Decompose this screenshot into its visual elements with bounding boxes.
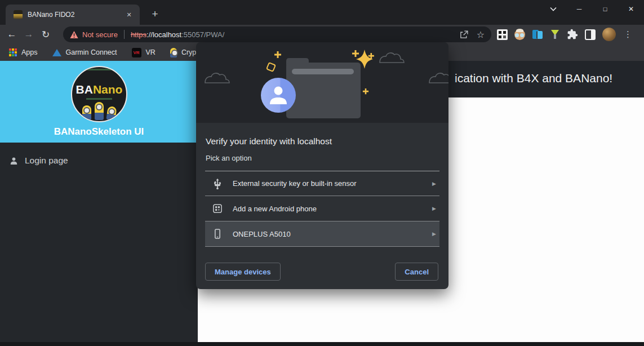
sidebar: BANano BANanoSkeleton UI Login page (0, 61, 198, 346)
devices-extension-icon[interactable] (532, 29, 543, 40)
side-panel-icon[interactable] (585, 29, 596, 40)
profile-avatar[interactable] (602, 28, 616, 41)
logo-text-ba: BA (76, 83, 93, 96)
option-security-key[interactable]: External security key or built-in sensor… (205, 171, 439, 196)
chevron-right-icon: ▶ (432, 206, 436, 211)
window-bottom-edge (0, 342, 644, 346)
minion-icon (82, 105, 91, 120)
menu-kebab-icon[interactable]: ⋮ (624, 29, 632, 39)
address-bar[interactable]: Not secure https://localhost:55057/PWA/ … (63, 26, 491, 42)
url-path: :55057/PWA/ (181, 30, 224, 39)
logo-code-decoration (86, 69, 112, 70)
identity-illustration (196, 42, 448, 123)
page-header-text: ication with B4X and BANano! (455, 72, 612, 85)
url-separator: :// (146, 30, 153, 39)
tab-close-icon[interactable]: ✕ (124, 10, 134, 20)
logo-code-decoration (86, 98, 112, 100)
usb-icon (212, 178, 223, 189)
window-controls: ─ □ ✕ (540, 0, 644, 18)
option-label: External security key or built-in sensor (233, 179, 357, 188)
window-minimize-button[interactable]: ─ (566, 0, 592, 18)
option-label: Add a new Android phone (233, 205, 317, 213)
logo-minions (72, 102, 126, 120)
back-button[interactable]: ← (3, 26, 20, 42)
dialog-subtitle: Pick an option (206, 154, 252, 162)
share-icon[interactable] (459, 30, 469, 39)
search-tabs-chevron-icon[interactable] (540, 0, 566, 18)
bookmark-label: Apps (21, 48, 38, 56)
dialog-options-list: External security key or built-in sensor… (205, 171, 439, 247)
window-maximize-button[interactable]: □ (592, 0, 618, 18)
tab-favicon-icon (14, 10, 23, 19)
vr-badge-icon: VR (132, 48, 141, 57)
not-secure-warning-icon (70, 31, 78, 38)
browser-tab[interactable]: BANano FIDO2 ✕ (6, 5, 140, 25)
chevron-right-icon: ▶ (432, 231, 436, 237)
option-oneplus-phone[interactable]: ONEPLUS A5010 ▶ (205, 221, 439, 247)
browser-toolbar: ← → ↻ Not secure https://localhost:55057… (0, 25, 644, 44)
sidebar-item-login-page[interactable]: Login page (0, 151, 198, 170)
new-tab-button[interactable]: + (148, 7, 162, 21)
garmin-triangle-icon (52, 49, 61, 56)
logo-text-nano: Nano (93, 83, 123, 96)
minion-icon (95, 102, 104, 120)
apps-grid-icon (9, 48, 17, 56)
option-label: ONEPLUS A5010 (233, 230, 291, 238)
android-phone-add-icon (212, 203, 223, 214)
sidebar-item-label: Login page (25, 156, 68, 166)
bookmark-apps[interactable]: Apps (9, 48, 38, 56)
omnibox-divider (124, 30, 125, 39)
browser-window: BANano FIDO2 ✕ + ─ □ ✕ ← → ↻ Not secure … (0, 0, 644, 346)
reload-button[interactable]: ↻ (37, 26, 54, 42)
logo-text: BANano (72, 83, 126, 96)
bookmark-label: VR (146, 48, 156, 56)
extensions-puzzle-icon[interactable] (567, 29, 578, 40)
person-icon (9, 156, 19, 166)
forward-button[interactable]: → (20, 26, 37, 42)
sidebar-brand-header: BANano BANanoSkeleton UI (0, 61, 198, 143)
url-host: localhost (153, 30, 181, 39)
url-text[interactable]: https://localhost:55057/PWA/ (131, 30, 224, 39)
webauthn-dialog: Verify your identity with localhost Pick… (196, 42, 448, 289)
funnel-extension-icon[interactable] (550, 29, 560, 40)
dialog-title: Verify your identity with localhost (206, 136, 332, 147)
phone-icon (212, 228, 223, 240)
persona-extension-icon[interactable] (514, 29, 525, 40)
bookmark-label: Garmin Connect (66, 48, 117, 56)
bookmark-garmin-connect[interactable]: Garmin Connect (52, 48, 117, 56)
banano-logo: BANano (71, 66, 127, 122)
tab-strip: BANano FIDO2 ✕ + ─ □ ✕ (0, 0, 644, 25)
minion-favicon-icon (170, 48, 177, 57)
cancel-button[interactable]: Cancel (395, 263, 438, 281)
app-title: BANanoSkeleton UI (0, 126, 198, 137)
not-secure-label[interactable]: Not secure (82, 30, 118, 39)
extensions-row: ⋮ (497, 25, 632, 44)
chevron-right-icon: ▶ (432, 181, 436, 187)
url-scheme: https (131, 30, 146, 39)
minion-icon (106, 106, 117, 121)
manage-devices-button[interactable]: Manage devices (205, 263, 281, 281)
option-add-android-phone[interactable]: Add a new Android phone ▶ (205, 196, 439, 221)
qr-extension-icon[interactable] (497, 29, 508, 40)
window-close-button[interactable]: ✕ (618, 0, 644, 18)
bookmark-vr[interactable]: VR VR (132, 48, 156, 57)
bookmark-star-icon[interactable]: ☆ (477, 29, 485, 40)
tab-title: BANano FIDO2 (28, 11, 124, 19)
